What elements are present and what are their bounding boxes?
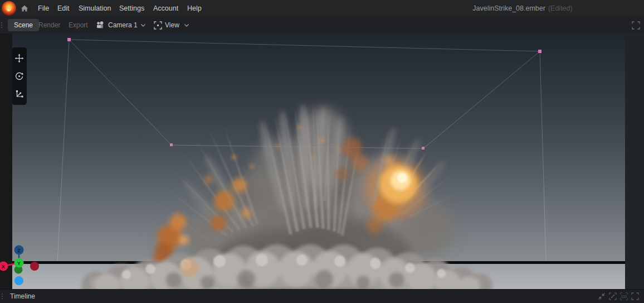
transform-tool-panel [12, 47, 27, 105]
camera-selector[interactable]: Camera 1 [108, 21, 138, 29]
scene-viewport[interactable] [12, 33, 625, 289]
menu-file[interactable]: File [38, 4, 49, 12]
timeline-fit-view-icon[interactable] [608, 292, 617, 301]
x-axis-label: X [2, 263, 6, 270]
menu-settings[interactable]: Settings [119, 4, 144, 12]
timeline-zoom-level: 100 [621, 295, 627, 299]
document-title: JavelinStrike_08.ember(Edited) [472, 4, 572, 12]
tab-export[interactable]: Export [62, 19, 94, 31]
scale-icon [14, 89, 24, 99]
tab-render[interactable]: Render [32, 19, 66, 31]
neg-z-axis-handle[interactable] [14, 276, 23, 285]
timeline-maximize-icon[interactable] [631, 292, 640, 301]
document-filename: JavelinStrike_08.ember [472, 4, 545, 12]
menu-bar: File Edit Simulation Settings Account He… [0, 0, 644, 17]
scale-tool-button[interactable] [13, 87, 26, 101]
menu-help[interactable]: Help [187, 4, 202, 12]
explosion-render [12, 33, 625, 289]
timeline-drag-handle[interactable] [2, 294, 3, 299]
rotate-icon [14, 71, 24, 81]
timeline-zoom-100-icon[interactable]: 100 [619, 292, 628, 301]
panel-drag-handle[interactable] [1, 22, 2, 28]
menu-simulation[interactable]: Simulation [79, 4, 111, 12]
timeline-title: Timeline [10, 292, 35, 300]
viewport-toolbar: Scene Render Export Camera 1 View [0, 17, 644, 33]
camera-chevron-down-icon[interactable] [140, 23, 146, 27]
view-chevron-down-icon[interactable] [184, 23, 189, 27]
app-logo-flame-icon[interactable] [1, 1, 17, 16]
right-edge-strip [625, 33, 644, 289]
view-selector[interactable]: View [165, 21, 179, 29]
document-edited-status: (Edited) [548, 4, 573, 12]
rotate-tool-button[interactable] [13, 69, 26, 83]
menu-edit[interactable]: Edit [57, 4, 70, 12]
timeline-panel[interactable]: Timeline 100 [0, 289, 644, 303]
camera-icon [96, 21, 105, 29]
neg-x-axis-handle[interactable] [30, 262, 39, 271]
z-axis-label: Z [17, 247, 21, 253]
move-icon [14, 54, 24, 63]
viewport-fullscreen-icon[interactable] [632, 21, 640, 30]
home-icon[interactable] [20, 4, 29, 13]
timeline-collapse-icon[interactable] [597, 292, 606, 301]
y-axis-label: Y [17, 260, 21, 266]
move-tool-button[interactable] [13, 51, 26, 65]
origin-axis-gizmo: Z X Y [0, 240, 52, 289]
menu-account[interactable]: Account [153, 4, 178, 12]
view-frame-icon [154, 21, 162, 30]
